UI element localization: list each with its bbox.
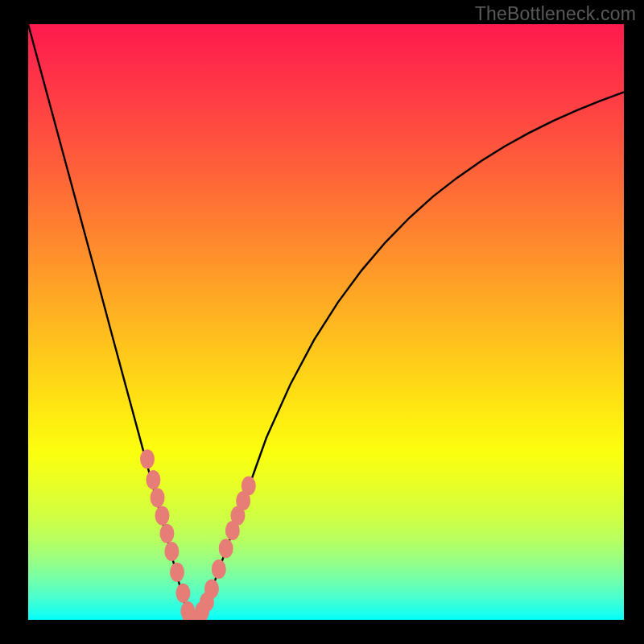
data-marker <box>140 449 155 469</box>
marker-group <box>140 449 256 620</box>
data-marker <box>170 563 184 582</box>
data-marker <box>242 477 256 496</box>
data-marker <box>151 488 165 507</box>
data-marker <box>175 584 190 603</box>
chart-frame: TheBottleneck.com <box>0 0 644 644</box>
data-marker <box>155 506 170 526</box>
data-marker <box>146 470 160 489</box>
bottleneck-curve <box>28 24 624 620</box>
plot-area <box>28 24 624 620</box>
data-marker <box>204 580 219 599</box>
data-marker <box>159 524 174 543</box>
data-marker <box>212 559 226 579</box>
data-marker <box>219 539 233 558</box>
data-marker <box>164 542 179 561</box>
chart-svg <box>28 24 624 620</box>
watermark-text: TheBottleneck.com <box>475 3 636 25</box>
